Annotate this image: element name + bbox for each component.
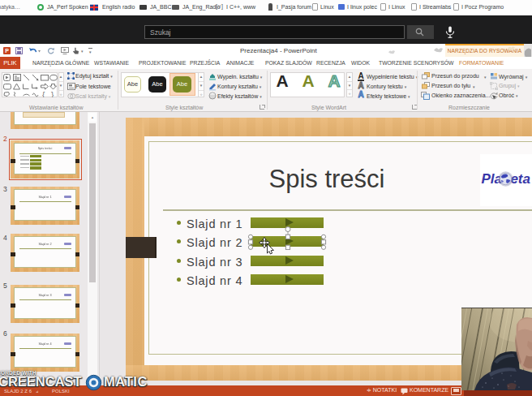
svg-text:}: }	[51, 90, 54, 97]
svg-text:{: {	[42, 90, 45, 97]
